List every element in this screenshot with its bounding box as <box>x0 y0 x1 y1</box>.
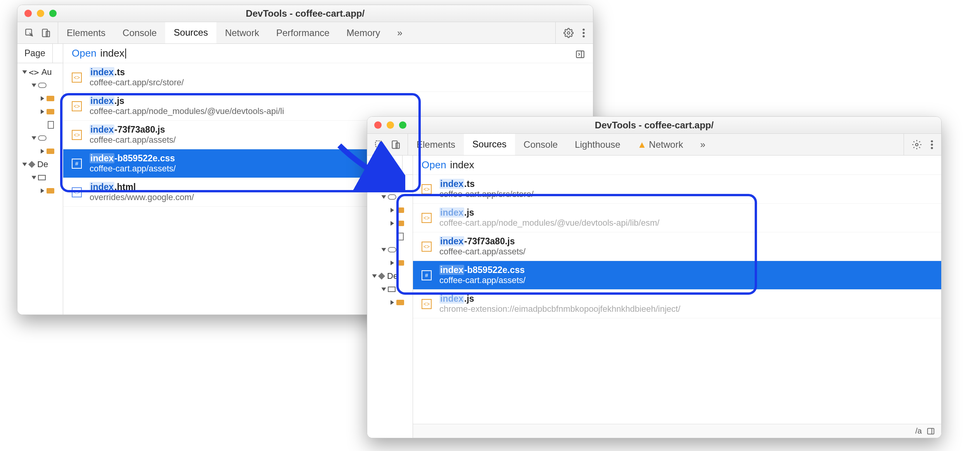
result-filename: index-b859522e.css <box>90 153 176 164</box>
command-bar[interactable]: Open index <box>63 44 593 63</box>
command-bar[interactable]: Open index <box>413 156 941 175</box>
tab-memory[interactable]: Memory <box>338 22 389 43</box>
file-result-item[interactable]: #index-b859522e.csscoffee-cart.app/asset… <box>413 261 941 290</box>
result-path: overrides/www.google.com/ <box>90 192 194 202</box>
svg-point-5 <box>582 32 584 34</box>
js-file-icon: <> <box>72 73 82 83</box>
result-path: coffee-cart.app/src/store/ <box>439 189 534 199</box>
close-window-button[interactable] <box>24 10 32 17</box>
svg-point-4 <box>582 28 584 30</box>
svg-rect-2 <box>46 31 50 36</box>
zoom-window-button[interactable] <box>399 121 406 129</box>
open-label: Open <box>72 47 97 59</box>
svg-point-13 <box>931 143 933 145</box>
toggle-sidebar-icon[interactable] <box>925 425 937 437</box>
warning-icon: ▲ <box>638 139 647 150</box>
window-title: DevTools - coffee-cart.app/ <box>17 8 593 19</box>
gear-icon[interactable] <box>562 26 575 40</box>
svg-rect-9 <box>392 141 397 149</box>
file-result-item[interactable]: <>index-73f73a80.jscoffee-cart.app/asset… <box>413 232 941 261</box>
svg-point-11 <box>916 143 918 146</box>
svg-rect-7 <box>576 51 584 57</box>
css-file-icon: # <box>422 270 432 280</box>
tab-sources[interactable]: Sources <box>165 22 216 43</box>
minimize-window-button[interactable] <box>387 121 394 129</box>
js-file-icon: <> <box>422 213 432 223</box>
panel-tabs: Elements Console Sources Network Perform… <box>58 22 555 43</box>
result-path: chrome-extension://eimadpbcbfnmbkopoojfe… <box>439 304 680 314</box>
tab-performance[interactable]: Performance <box>268 22 338 43</box>
result-path: coffee-cart.app/node_modules/@vue/devtoo… <box>439 218 659 228</box>
inspect-element-icon[interactable] <box>23 26 36 40</box>
tab-network[interactable]: Network <box>216 22 268 43</box>
js-file-icon: <> <box>72 130 82 140</box>
svg-point-12 <box>931 140 933 142</box>
file-result-item[interactable]: <>index.tscoffee-cart.app/src/store/ <box>413 175 941 204</box>
file-results-list: <>index.tscoffee-cart.app/src/store/<>in… <box>413 175 941 318</box>
titlebar[interactable]: DevTools - coffee-cart.app/ <box>17 5 593 22</box>
panel-tabs: Elements Sources Console Lighthouse ▲Net… <box>408 134 904 155</box>
result-path: coffee-cart.app/assets/ <box>90 164 176 174</box>
result-path: coffee-cart.app/node_modules/@vue/devtoo… <box>90 106 284 116</box>
navigator-sidebar: Page <> Au De <box>367 156 413 438</box>
tab-console[interactable]: Console <box>515 134 566 155</box>
result-filename: index-b859522e.css <box>439 265 525 275</box>
result-filename: index.js <box>439 294 680 304</box>
close-window-button[interactable] <box>374 121 382 129</box>
kebab-menu-icon[interactable] <box>929 138 935 151</box>
text-cursor <box>125 48 126 59</box>
tab-elements[interactable]: Elements <box>58 22 114 43</box>
svg-point-14 <box>931 147 933 149</box>
tab-network[interactable]: ▲Network <box>629 134 692 155</box>
result-filename: index.js <box>439 207 659 218</box>
gear-icon[interactable] <box>910 138 923 151</box>
devtools-toolbar: Elements Console Sources Network Perform… <box>17 22 593 44</box>
window-title: DevTools - coffee-cart.app/ <box>367 120 941 131</box>
tabs-overflow-icon[interactable]: » <box>691 134 714 155</box>
zoom-window-button[interactable] <box>49 10 57 17</box>
js-file-icon: <> <box>72 101 82 111</box>
js-file-icon: <> <box>422 184 432 194</box>
sidebar-tab-page[interactable]: Page <box>367 156 403 175</box>
navigator-sidebar: Page <> Au De <box>17 44 63 314</box>
tab-lighthouse[interactable]: Lighthouse <box>566 134 629 155</box>
window-controls <box>17 10 57 17</box>
svg-point-6 <box>582 35 584 37</box>
file-tree[interactable]: <> Au De <box>367 175 413 309</box>
toggle-sidebar-icon[interactable] <box>574 48 587 61</box>
inspect-element-icon[interactable] <box>373 138 386 151</box>
file-result-item[interactable]: <>index.jscoffee-cart.app/node_modules/@… <box>413 204 941 232</box>
result-filename: index.html <box>90 182 194 192</box>
svg-point-3 <box>567 31 570 34</box>
open-query-text: index <box>100 47 124 59</box>
tab-sources[interactable]: Sources <box>464 134 515 155</box>
file-tree[interactable]: <> Au De <box>17 63 63 197</box>
result-filename: index.ts <box>439 179 534 189</box>
sidebar-tab-page[interactable]: Page <box>17 44 53 63</box>
result-path: coffee-cart.app/assets/ <box>439 247 525 257</box>
tabs-overflow-icon[interactable]: » <box>389 22 411 43</box>
kebab-menu-icon[interactable] <box>581 26 587 40</box>
js-file-icon: <> <box>422 242 432 252</box>
result-path: coffee-cart.app/assets/ <box>439 275 525 285</box>
status-bar: /a <box>413 424 941 438</box>
window-controls <box>367 121 406 129</box>
tab-elements[interactable]: Elements <box>408 134 464 155</box>
result-path: coffee-cart.app/src/store/ <box>90 78 184 88</box>
svg-rect-15 <box>928 428 934 434</box>
status-path: /a <box>915 427 922 435</box>
file-result-item[interactable]: <>index.tscoffee-cart.app/src/store/ <box>63 63 593 92</box>
devtools-toolbar: Elements Sources Console Lighthouse ▲Net… <box>367 134 941 156</box>
device-toolbar-icon[interactable] <box>39 26 52 40</box>
css-file-icon: # <box>72 159 82 169</box>
svg-rect-1 <box>42 29 47 37</box>
titlebar[interactable]: DevTools - coffee-cart.app/ <box>367 117 941 134</box>
device-toolbar-icon[interactable] <box>389 138 402 151</box>
result-filename: index.ts <box>90 67 184 78</box>
result-filename: index-73f73a80.js <box>90 124 176 135</box>
open-label: Open <box>422 159 446 171</box>
tab-console[interactable]: Console <box>114 22 165 43</box>
devtools-window-2: DevTools - coffee-cart.app/ Elements Sou… <box>367 116 942 438</box>
minimize-window-button[interactable] <box>37 10 44 17</box>
file-result-item[interactable]: <>index.jschrome-extension://eimadpbcbfn… <box>413 290 941 318</box>
